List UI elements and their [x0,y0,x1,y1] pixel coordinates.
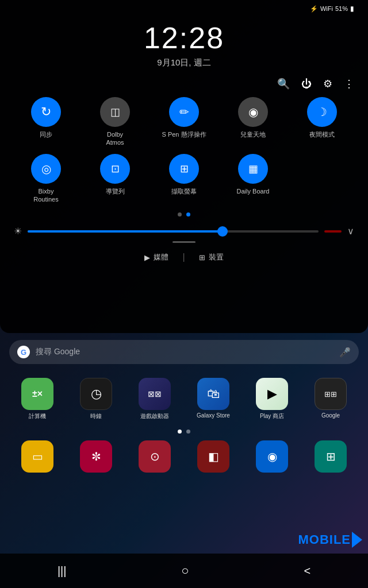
home-icon: ○ [181,563,189,578]
dolby-label: Dolby Atmos [106,130,124,147]
notification-panel: ⚡ WiFi 51% ▮ 12:28 9月10日, 週二 🔍 ⏻ ⚙ ⋮ ↻ 同… [0,0,368,333]
page-dot-2 [186,212,190,216]
bixby-label: Bixby Routines [33,187,58,204]
back-icon: < [304,564,310,577]
playstore-icon: ▶ [256,378,288,410]
app-galaxystore[interactable]: 🛍 Galaxy Store [185,378,241,420]
dock-asana[interactable]: ✼ [68,440,124,473]
calculator-label: 計算機 [9,412,66,420]
gametools-label: 遊戲啟動器 [126,412,183,420]
dock-messages[interactable]: ◉ [244,440,300,473]
qs-item-browser[interactable]: ⊡ 導覽列 [83,154,147,204]
browser-label: 導覽列 [106,187,125,195]
search-icon[interactable]: 🔍 [277,78,290,90]
browser-icon-bg: ⊡ [100,154,130,184]
clock-label: 時鐘 [68,412,124,420]
quick-settings-grid: ↻ 同步 ◫ Dolby Atmos ✏ S Pen 懸浮操作 ◉ 兒童天地 ☽ [12,97,356,203]
app-clock[interactable]: ◷ 時鐘 [68,378,124,420]
bixby-icon: ◎ [41,162,51,176]
buffer-icon: ◧ [197,440,229,473]
sync-label: 同步 [40,130,52,138]
signal-icon: ⚡ [310,5,318,13]
watermark-arrow [352,532,362,548]
dailyboard-label: Daily Board [237,187,270,195]
asana-icon: ✼ [80,440,112,473]
status-icons: ⚡ WiFi 51% ▮ [310,5,354,13]
camera-icon: ⊙ [139,440,171,473]
home-page-dots [0,427,368,436]
qs-item-bixby[interactable]: ◎ Bixby Routines [14,154,78,204]
playstore-label: Play 商店 [244,412,300,420]
watermark-text: MOBILE [298,532,351,547]
app-grid: ±× 計算機 ◷ 時鐘 ⊠⊠ 遊戲啟動器 🛍 Galaxy Store ▶ [0,371,368,427]
spen-label: S Pen 懸浮操作 [162,130,206,138]
qs-item-sync[interactable]: ↻ 同步 [14,97,78,147]
gametools-icon: ⊠⊠ [139,378,171,410]
panel-divider: | [182,252,185,262]
screenshot-label: 擷取螢幕 [171,187,197,195]
recent-apps-button[interactable]: ||| [46,560,78,582]
app-playstore[interactable]: ▶ Play 商店 [244,378,300,420]
more-icon[interactable]: ⋮ [344,78,354,90]
bixby-icon-bg: ◎ [31,154,61,184]
home-dot-1 [178,430,182,434]
messages-icon: ◉ [256,440,288,473]
mobile-watermark: MOBILE [298,532,362,548]
qs-item-dailyboard[interactable]: ▦ Daily Board [221,154,285,204]
kids-label: 兒童天地 [240,130,266,138]
dock-app6[interactable]: ⊞ [302,440,359,473]
brightness-expand-icon[interactable]: ∨ [347,226,354,237]
dailyboard-icon-bg: ▦ [238,154,268,184]
navigation-bar: ||| ○ < [0,554,368,588]
brightness-thumb [217,226,228,237]
qs-item-dolby[interactable]: ◫ Dolby Atmos [83,97,147,147]
dock-buffer[interactable]: ◧ [185,440,241,473]
settings-icon[interactable]: ⚙ [323,78,332,90]
media-play-icon: ▶ [144,253,150,262]
brightness-row: ☀ ∨ [12,221,356,241]
qs-item-kids[interactable]: ◉ 兒童天地 [221,97,285,147]
search-bar[interactable]: G 搜尋 Google 🎤 [9,340,359,364]
media-button[interactable]: ▶ 媒體 [144,252,168,262]
app6-icon: ⊞ [315,440,347,473]
screenshot-icon: ⊞ [180,163,189,175]
qs-item-screenshot[interactable]: ⊞ 擷取螢幕 [152,154,216,204]
brightness-fill [28,230,223,233]
power-icon[interactable]: ⏻ [301,78,312,90]
recent-apps-icon: ||| [57,564,67,577]
home-dot-2 [186,430,190,434]
panel-drag-handle [172,241,195,243]
device-button[interactable]: ⊞ 裝置 [199,252,224,262]
device-grid-icon: ⊞ [199,253,205,262]
brightness-track[interactable] [28,230,319,233]
screenshot-icon-bg: ⊞ [169,154,199,184]
qs-item-spen[interactable]: ✏ S Pen 懸浮操作 [152,97,216,147]
page-dot-1 [178,212,182,216]
clock-area: 12:28 9月10日, 週二 [12,15,356,78]
qs-toolbar: 🔍 ⏻ ⚙ ⋮ [12,78,356,97]
qs-item-nightmode[interactable]: ☽ 夜間模式 [290,97,354,147]
kids-icon: ◉ [248,105,258,119]
app-google[interactable]: ⊞⊞ Google [302,378,359,420]
home-button[interactable]: ○ [170,559,200,583]
dolby-icon-bg: ◫ [100,97,130,127]
dock-hangouts[interactable]: ▭ [9,440,66,473]
clock-icon: ◷ [80,378,112,410]
app-gametools[interactable]: ⊠⊠ 遊戲啟動器 [126,378,183,420]
back-button[interactable]: < [292,560,322,582]
dock-camera[interactable]: ⊙ [126,440,183,473]
search-placeholder: 搜尋 Google [36,347,334,357]
media-label: 媒體 [154,252,168,262]
battery-icon: ▮ [350,5,354,13]
google-label: Google [302,412,359,419]
spen-icon-bg: ✏ [169,97,199,127]
dolby-icon: ◫ [110,106,120,118]
google-g-logo: G [17,346,30,358]
app-calculator[interactable]: ±× 計算機 [9,378,66,420]
calculator-icon: ±× [21,378,53,410]
browser-icon: ⊡ [111,163,120,175]
microphone-icon[interactable]: 🎤 [339,347,351,358]
dock-row: ▭ ✼ ⊙ ◧ ◉ ⊞ [0,436,368,475]
clock-date: 9月10日, 週二 [157,57,210,68]
battery-percent: 51% [335,5,348,12]
